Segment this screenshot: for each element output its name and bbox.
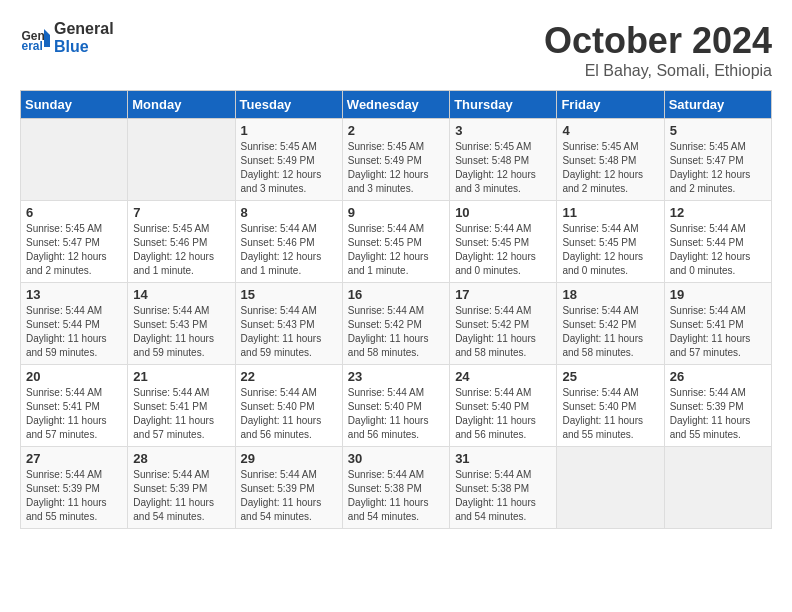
calendar-cell: 31Sunrise: 5:44 AM Sunset: 5:38 PM Dayli… xyxy=(450,447,557,529)
day-number: 8 xyxy=(241,205,337,220)
day-info: Sunrise: 5:44 AM Sunset: 5:44 PM Dayligh… xyxy=(26,304,122,360)
day-number: 11 xyxy=(562,205,658,220)
day-number: 21 xyxy=(133,369,229,384)
day-info: Sunrise: 5:45 AM Sunset: 5:48 PM Dayligh… xyxy=(562,140,658,196)
calendar-cell: 29Sunrise: 5:44 AM Sunset: 5:39 PM Dayli… xyxy=(235,447,342,529)
calendar-cell: 10Sunrise: 5:44 AM Sunset: 5:45 PM Dayli… xyxy=(450,201,557,283)
weekday-header-monday: Monday xyxy=(128,91,235,119)
weekday-header-saturday: Saturday xyxy=(664,91,771,119)
calendar-cell: 14Sunrise: 5:44 AM Sunset: 5:43 PM Dayli… xyxy=(128,283,235,365)
svg-marker-2 xyxy=(44,29,50,35)
day-info: Sunrise: 5:44 AM Sunset: 5:40 PM Dayligh… xyxy=(562,386,658,442)
day-info: Sunrise: 5:45 AM Sunset: 5:48 PM Dayligh… xyxy=(455,140,551,196)
calendar-cell: 23Sunrise: 5:44 AM Sunset: 5:40 PM Dayli… xyxy=(342,365,449,447)
calendar-cell: 4Sunrise: 5:45 AM Sunset: 5:48 PM Daylig… xyxy=(557,119,664,201)
calendar-cell: 5Sunrise: 5:45 AM Sunset: 5:47 PM Daylig… xyxy=(664,119,771,201)
calendar-cell: 2Sunrise: 5:45 AM Sunset: 5:49 PM Daylig… xyxy=(342,119,449,201)
calendar-cell: 21Sunrise: 5:44 AM Sunset: 5:41 PM Dayli… xyxy=(128,365,235,447)
day-info: Sunrise: 5:44 AM Sunset: 5:43 PM Dayligh… xyxy=(241,304,337,360)
calendar-week-2: 6Sunrise: 5:45 AM Sunset: 5:47 PM Daylig… xyxy=(21,201,772,283)
calendar-cell: 20Sunrise: 5:44 AM Sunset: 5:41 PM Dayli… xyxy=(21,365,128,447)
day-number: 20 xyxy=(26,369,122,384)
logo-line2: Blue xyxy=(54,38,114,56)
calendar-cell: 19Sunrise: 5:44 AM Sunset: 5:41 PM Dayli… xyxy=(664,283,771,365)
day-number: 1 xyxy=(241,123,337,138)
calendar-cell: 1Sunrise: 5:45 AM Sunset: 5:49 PM Daylig… xyxy=(235,119,342,201)
page-header: Gen eral General Blue October 2024 El Ba… xyxy=(20,20,772,80)
day-number: 17 xyxy=(455,287,551,302)
calendar-cell: 26Sunrise: 5:44 AM Sunset: 5:39 PM Dayli… xyxy=(664,365,771,447)
day-number: 25 xyxy=(562,369,658,384)
calendar-week-3: 13Sunrise: 5:44 AM Sunset: 5:44 PM Dayli… xyxy=(21,283,772,365)
day-info: Sunrise: 5:44 AM Sunset: 5:41 PM Dayligh… xyxy=(670,304,766,360)
day-number: 5 xyxy=(670,123,766,138)
day-number: 24 xyxy=(455,369,551,384)
location-subtitle: El Bahay, Somali, Ethiopia xyxy=(544,62,772,80)
month-title: October 2024 xyxy=(544,20,772,62)
day-number: 28 xyxy=(133,451,229,466)
weekday-header-friday: Friday xyxy=(557,91,664,119)
day-info: Sunrise: 5:45 AM Sunset: 5:47 PM Dayligh… xyxy=(670,140,766,196)
day-info: Sunrise: 5:44 AM Sunset: 5:39 PM Dayligh… xyxy=(241,468,337,524)
calendar-cell: 16Sunrise: 5:44 AM Sunset: 5:42 PM Dayli… xyxy=(342,283,449,365)
day-info: Sunrise: 5:44 AM Sunset: 5:38 PM Dayligh… xyxy=(348,468,444,524)
day-number: 13 xyxy=(26,287,122,302)
day-info: Sunrise: 5:44 AM Sunset: 5:40 PM Dayligh… xyxy=(455,386,551,442)
calendar-cell xyxy=(21,119,128,201)
day-number: 16 xyxy=(348,287,444,302)
weekday-header-wednesday: Wednesday xyxy=(342,91,449,119)
day-info: Sunrise: 5:44 AM Sunset: 5:43 PM Dayligh… xyxy=(133,304,229,360)
title-block: October 2024 El Bahay, Somali, Ethiopia xyxy=(544,20,772,80)
day-info: Sunrise: 5:44 AM Sunset: 5:44 PM Dayligh… xyxy=(670,222,766,278)
day-number: 10 xyxy=(455,205,551,220)
calendar-cell xyxy=(128,119,235,201)
calendar-cell: 11Sunrise: 5:44 AM Sunset: 5:45 PM Dayli… xyxy=(557,201,664,283)
day-number: 27 xyxy=(26,451,122,466)
day-info: Sunrise: 5:45 AM Sunset: 5:49 PM Dayligh… xyxy=(241,140,337,196)
calendar-week-4: 20Sunrise: 5:44 AM Sunset: 5:41 PM Dayli… xyxy=(21,365,772,447)
calendar-cell: 7Sunrise: 5:45 AM Sunset: 5:46 PM Daylig… xyxy=(128,201,235,283)
weekday-header-thursday: Thursday xyxy=(450,91,557,119)
calendar-cell: 27Sunrise: 5:44 AM Sunset: 5:39 PM Dayli… xyxy=(21,447,128,529)
day-number: 9 xyxy=(348,205,444,220)
calendar-cell: 9Sunrise: 5:44 AM Sunset: 5:45 PM Daylig… xyxy=(342,201,449,283)
day-info: Sunrise: 5:44 AM Sunset: 5:38 PM Dayligh… xyxy=(455,468,551,524)
calendar-cell: 22Sunrise: 5:44 AM Sunset: 5:40 PM Dayli… xyxy=(235,365,342,447)
logo-icon: Gen eral xyxy=(20,23,50,53)
calendar-week-5: 27Sunrise: 5:44 AM Sunset: 5:39 PM Dayli… xyxy=(21,447,772,529)
day-number: 14 xyxy=(133,287,229,302)
day-info: Sunrise: 5:44 AM Sunset: 5:45 PM Dayligh… xyxy=(455,222,551,278)
calendar-cell: 17Sunrise: 5:44 AM Sunset: 5:42 PM Dayli… xyxy=(450,283,557,365)
day-number: 22 xyxy=(241,369,337,384)
weekday-header-row: SundayMondayTuesdayWednesdayThursdayFrid… xyxy=(21,91,772,119)
calendar-cell: 8Sunrise: 5:44 AM Sunset: 5:46 PM Daylig… xyxy=(235,201,342,283)
day-number: 23 xyxy=(348,369,444,384)
day-info: Sunrise: 5:45 AM Sunset: 5:49 PM Dayligh… xyxy=(348,140,444,196)
day-info: Sunrise: 5:44 AM Sunset: 5:39 PM Dayligh… xyxy=(133,468,229,524)
calendar-cell: 24Sunrise: 5:44 AM Sunset: 5:40 PM Dayli… xyxy=(450,365,557,447)
day-info: Sunrise: 5:44 AM Sunset: 5:40 PM Dayligh… xyxy=(241,386,337,442)
calendar-cell: 6Sunrise: 5:45 AM Sunset: 5:47 PM Daylig… xyxy=(21,201,128,283)
calendar-week-1: 1Sunrise: 5:45 AM Sunset: 5:49 PM Daylig… xyxy=(21,119,772,201)
day-info: Sunrise: 5:45 AM Sunset: 5:47 PM Dayligh… xyxy=(26,222,122,278)
day-number: 18 xyxy=(562,287,658,302)
day-info: Sunrise: 5:44 AM Sunset: 5:39 PM Dayligh… xyxy=(670,386,766,442)
day-info: Sunrise: 5:44 AM Sunset: 5:42 PM Dayligh… xyxy=(348,304,444,360)
day-number: 12 xyxy=(670,205,766,220)
logo-line1: General xyxy=(54,20,114,38)
day-number: 6 xyxy=(26,205,122,220)
calendar-cell: 3Sunrise: 5:45 AM Sunset: 5:48 PM Daylig… xyxy=(450,119,557,201)
calendar-cell: 12Sunrise: 5:44 AM Sunset: 5:44 PM Dayli… xyxy=(664,201,771,283)
day-number: 29 xyxy=(241,451,337,466)
day-number: 26 xyxy=(670,369,766,384)
day-info: Sunrise: 5:44 AM Sunset: 5:39 PM Dayligh… xyxy=(26,468,122,524)
day-info: Sunrise: 5:44 AM Sunset: 5:45 PM Dayligh… xyxy=(562,222,658,278)
day-info: Sunrise: 5:44 AM Sunset: 5:41 PM Dayligh… xyxy=(133,386,229,442)
svg-rect-3 xyxy=(44,35,50,47)
weekday-header-sunday: Sunday xyxy=(21,91,128,119)
day-info: Sunrise: 5:45 AM Sunset: 5:46 PM Dayligh… xyxy=(133,222,229,278)
day-info: Sunrise: 5:44 AM Sunset: 5:46 PM Dayligh… xyxy=(241,222,337,278)
day-number: 30 xyxy=(348,451,444,466)
day-info: Sunrise: 5:44 AM Sunset: 5:45 PM Dayligh… xyxy=(348,222,444,278)
day-info: Sunrise: 5:44 AM Sunset: 5:40 PM Dayligh… xyxy=(348,386,444,442)
